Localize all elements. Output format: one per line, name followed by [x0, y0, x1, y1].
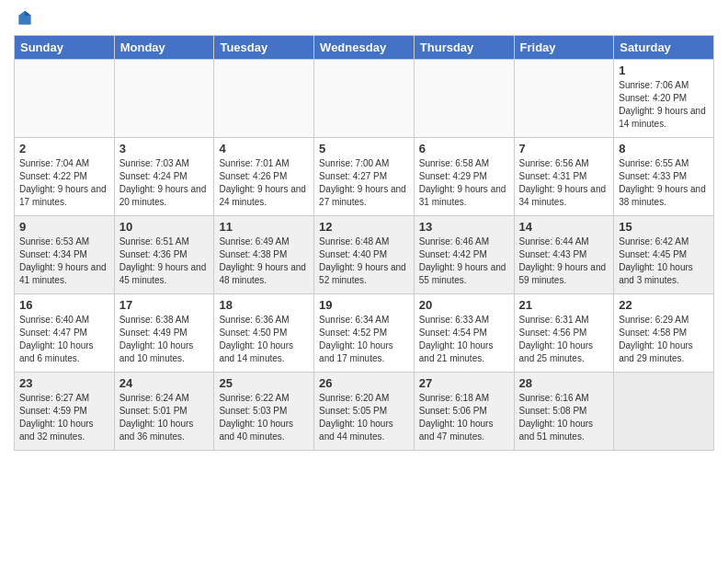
calendar-week-row: 9Sunrise: 6:53 AM Sunset: 4:34 PM Daylig… [15, 216, 714, 294]
day-number: 12 [319, 220, 409, 234]
day-number: 18 [219, 298, 309, 312]
calendar-cell: 16Sunrise: 6:40 AM Sunset: 4:47 PM Dayli… [15, 294, 115, 373]
day-number: 13 [419, 220, 509, 234]
day-info: Sunrise: 6:55 AM Sunset: 4:33 PM Dayligh… [619, 157, 709, 209]
day-number: 6 [419, 142, 509, 155]
day-number: 2 [19, 142, 109, 155]
calendar-cell: 9Sunrise: 6:53 AM Sunset: 4:34 PM Daylig… [15, 216, 115, 294]
day-info: Sunrise: 6:31 AM Sunset: 4:56 PM Dayligh… [519, 314, 609, 365]
day-info: Sunrise: 7:03 AM Sunset: 4:24 PM Dayligh… [119, 157, 210, 209]
calendar: SundayMondayTuesdayWednesdayThursdayFrid… [14, 35, 714, 451]
day-info: Sunrise: 7:00 AM Sunset: 4:27 PM Dayligh… [319, 157, 409, 209]
logo-icon [16, 9, 34, 28]
logo [14, 9, 34, 28]
calendar-cell [514, 60, 614, 138]
calendar-header-saturday: Saturday [614, 36, 714, 60]
calendar-cell: 23Sunrise: 6:27 AM Sunset: 4:59 PM Dayli… [15, 373, 115, 451]
calendar-cell: 21Sunrise: 6:31 AM Sunset: 4:56 PM Dayli… [514, 294, 614, 373]
calendar-header-sunday: Sunday [15, 36, 115, 60]
day-number: 5 [319, 142, 409, 155]
calendar-cell [614, 373, 714, 451]
calendar-header-tuesday: Tuesday [214, 36, 314, 60]
calendar-cell: 4Sunrise: 7:01 AM Sunset: 4:26 PM Daylig… [214, 138, 314, 216]
calendar-week-row: 16Sunrise: 6:40 AM Sunset: 4:47 PM Dayli… [15, 294, 714, 373]
calendar-cell: 15Sunrise: 6:42 AM Sunset: 4:45 PM Dayli… [614, 216, 714, 294]
day-number: 17 [119, 298, 210, 312]
calendar-cell: 20Sunrise: 6:33 AM Sunset: 4:54 PM Dayli… [414, 294, 514, 373]
day-number: 4 [219, 142, 309, 155]
calendar-cell: 22Sunrise: 6:29 AM Sunset: 4:58 PM Dayli… [614, 294, 714, 373]
calendar-cell: 24Sunrise: 6:24 AM Sunset: 5:01 PM Dayli… [114, 373, 214, 451]
day-info: Sunrise: 7:04 AM Sunset: 4:22 PM Dayligh… [19, 157, 109, 209]
day-info: Sunrise: 6:40 AM Sunset: 4:47 PM Dayligh… [19, 314, 109, 365]
day-number: 21 [519, 298, 609, 312]
day-number: 24 [119, 376, 210, 390]
day-number: 23 [19, 376, 109, 390]
day-info: Sunrise: 6:36 AM Sunset: 4:50 PM Dayligh… [219, 314, 309, 365]
calendar-cell: 11Sunrise: 6:49 AM Sunset: 4:38 PM Dayli… [214, 216, 314, 294]
day-info: Sunrise: 6:53 AM Sunset: 4:34 PM Dayligh… [19, 236, 109, 287]
day-info: Sunrise: 6:34 AM Sunset: 4:52 PM Dayligh… [319, 314, 409, 365]
calendar-header-thursday: Thursday [414, 36, 514, 60]
calendar-header-wednesday: Wednesday [314, 36, 415, 60]
day-info: Sunrise: 6:33 AM Sunset: 4:54 PM Dayligh… [419, 314, 509, 365]
calendar-cell [114, 60, 214, 138]
day-number: 14 [519, 220, 609, 234]
day-number: 15 [619, 220, 709, 234]
calendar-cell: 5Sunrise: 7:00 AM Sunset: 4:27 PM Daylig… [314, 138, 415, 216]
calendar-cell [314, 60, 415, 138]
day-info: Sunrise: 6:42 AM Sunset: 4:45 PM Dayligh… [619, 236, 709, 287]
day-info: Sunrise: 6:24 AM Sunset: 5:01 PM Dayligh… [119, 392, 210, 443]
calendar-cell: 3Sunrise: 7:03 AM Sunset: 4:24 PM Daylig… [114, 138, 214, 216]
calendar-header-friday: Friday [514, 36, 614, 60]
day-number: 7 [519, 142, 609, 155]
calendar-cell [214, 60, 314, 138]
day-info: Sunrise: 6:44 AM Sunset: 4:43 PM Dayligh… [519, 236, 609, 287]
day-number: 20 [419, 298, 509, 312]
calendar-week-row: 1Sunrise: 7:06 AM Sunset: 4:20 PM Daylig… [15, 60, 714, 138]
day-info: Sunrise: 6:58 AM Sunset: 4:29 PM Dayligh… [419, 157, 509, 209]
calendar-cell: 7Sunrise: 6:56 AM Sunset: 4:31 PM Daylig… [514, 138, 614, 216]
day-number: 19 [319, 298, 409, 312]
day-info: Sunrise: 6:27 AM Sunset: 4:59 PM Dayligh… [19, 392, 109, 443]
calendar-cell: 6Sunrise: 6:58 AM Sunset: 4:29 PM Daylig… [414, 138, 514, 216]
day-number: 9 [19, 220, 109, 234]
calendar-cell: 13Sunrise: 6:46 AM Sunset: 4:42 PM Dayli… [414, 216, 514, 294]
day-number: 26 [319, 376, 409, 390]
calendar-cell [414, 60, 514, 138]
calendar-cell: 17Sunrise: 6:38 AM Sunset: 4:49 PM Dayli… [114, 294, 214, 373]
day-number: 3 [119, 142, 210, 155]
calendar-cell [15, 60, 115, 138]
day-info: Sunrise: 6:20 AM Sunset: 5:05 PM Dayligh… [319, 392, 409, 443]
calendar-header-monday: Monday [114, 36, 214, 60]
day-info: Sunrise: 6:51 AM Sunset: 4:36 PM Dayligh… [119, 236, 210, 287]
calendar-cell: 19Sunrise: 6:34 AM Sunset: 4:52 PM Dayli… [314, 294, 415, 373]
calendar-cell: 25Sunrise: 6:22 AM Sunset: 5:03 PM Dayli… [214, 373, 314, 451]
day-number: 25 [219, 376, 309, 390]
day-info: Sunrise: 7:06 AM Sunset: 4:20 PM Dayligh… [619, 79, 709, 131]
calendar-week-row: 23Sunrise: 6:27 AM Sunset: 4:59 PM Dayli… [15, 373, 714, 451]
day-number: 27 [419, 376, 509, 390]
day-info: Sunrise: 6:48 AM Sunset: 4:40 PM Dayligh… [319, 236, 409, 287]
calendar-cell: 18Sunrise: 6:36 AM Sunset: 4:50 PM Dayli… [214, 294, 314, 373]
calendar-cell: 28Sunrise: 6:16 AM Sunset: 5:08 PM Dayli… [514, 373, 614, 451]
day-number: 10 [119, 220, 210, 234]
day-info: Sunrise: 6:49 AM Sunset: 4:38 PM Dayligh… [219, 236, 309, 287]
calendar-cell: 14Sunrise: 6:44 AM Sunset: 4:43 PM Dayli… [514, 216, 614, 294]
day-info: Sunrise: 7:01 AM Sunset: 4:26 PM Dayligh… [219, 157, 309, 209]
day-info: Sunrise: 6:22 AM Sunset: 5:03 PM Dayligh… [219, 392, 309, 443]
calendar-cell: 1Sunrise: 7:06 AM Sunset: 4:20 PM Daylig… [614, 60, 714, 138]
calendar-cell: 8Sunrise: 6:55 AM Sunset: 4:33 PM Daylig… [614, 138, 714, 216]
day-info: Sunrise: 6:18 AM Sunset: 5:06 PM Dayligh… [419, 392, 509, 443]
day-number: 11 [219, 220, 309, 234]
day-number: 16 [19, 298, 109, 312]
calendar-cell: 2Sunrise: 7:04 AM Sunset: 4:22 PM Daylig… [15, 138, 115, 216]
day-number: 8 [619, 142, 709, 155]
day-info: Sunrise: 6:38 AM Sunset: 4:49 PM Dayligh… [119, 314, 210, 365]
calendar-cell: 12Sunrise: 6:48 AM Sunset: 4:40 PM Dayli… [314, 216, 415, 294]
day-info: Sunrise: 6:46 AM Sunset: 4:42 PM Dayligh… [419, 236, 509, 287]
calendar-cell: 27Sunrise: 6:18 AM Sunset: 5:06 PM Dayli… [414, 373, 514, 451]
day-info: Sunrise: 6:29 AM Sunset: 4:58 PM Dayligh… [619, 314, 709, 365]
day-info: Sunrise: 6:56 AM Sunset: 4:31 PM Dayligh… [519, 157, 609, 209]
calendar-week-row: 2Sunrise: 7:04 AM Sunset: 4:22 PM Daylig… [15, 138, 714, 216]
